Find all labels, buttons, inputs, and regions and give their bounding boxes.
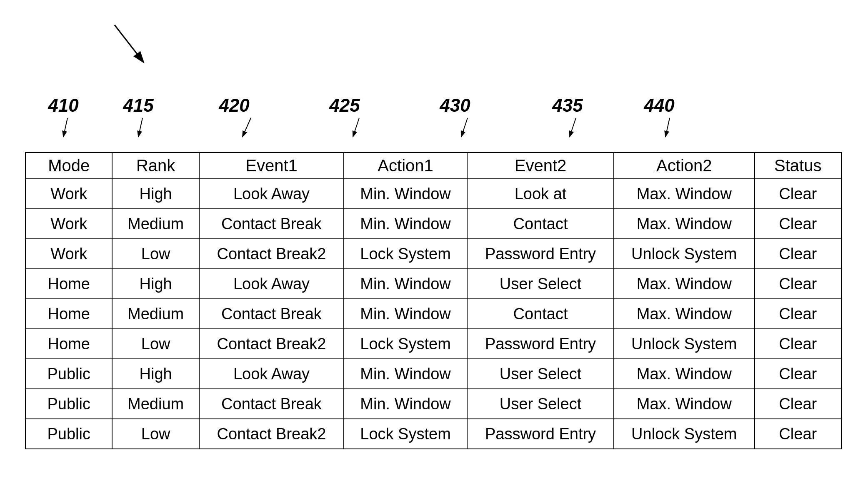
cell-event1: Contact Break bbox=[199, 209, 344, 239]
cell-mode: Home bbox=[25, 299, 112, 329]
header-action1: Action1 bbox=[344, 153, 467, 179]
cell-event1: Look Away bbox=[199, 269, 344, 299]
table-row: PublicHighLook AwayMin. WindowUser Selec… bbox=[25, 359, 841, 389]
annotation-arrows bbox=[26, 95, 701, 153]
cell-rank: Low bbox=[112, 419, 199, 449]
cell-rank: Medium bbox=[112, 389, 199, 419]
cell-status: Clear bbox=[755, 389, 841, 419]
cell-action2: Unlock System bbox=[614, 419, 754, 449]
cell-mode: Home bbox=[25, 329, 112, 359]
header-action2: Action2 bbox=[614, 153, 754, 179]
cell-action2: Max. Window bbox=[614, 269, 754, 299]
cell-action1: Min. Window bbox=[344, 299, 467, 329]
cell-event1: Contact Break bbox=[199, 389, 344, 419]
cell-action2: Max. Window bbox=[614, 359, 754, 389]
svg-line-9 bbox=[665, 118, 670, 137]
header-mode: Mode bbox=[25, 153, 112, 179]
cell-action2: Max. Window bbox=[614, 389, 754, 419]
table-row: HomeMediumContact BreakMin. WindowContac… bbox=[25, 299, 841, 329]
cell-status: Clear bbox=[755, 299, 841, 329]
cell-status: Clear bbox=[755, 359, 841, 389]
svg-line-6 bbox=[353, 118, 359, 137]
cell-event1: Contact Break bbox=[199, 299, 344, 329]
cell-status: Clear bbox=[755, 239, 841, 269]
cell-mode: Public bbox=[25, 389, 112, 419]
cell-action1: Min. Window bbox=[344, 209, 467, 239]
table-header-row: Mode Rank Event1 Action1 Event2 Action2 … bbox=[25, 153, 841, 179]
cell-event2: User Select bbox=[467, 359, 614, 389]
cell-mode: Home bbox=[25, 269, 112, 299]
cell-action1: Min. Window bbox=[344, 389, 467, 419]
svg-line-3 bbox=[63, 118, 68, 137]
cell-event1: Look Away bbox=[199, 179, 344, 209]
table-row: WorkLowContact Break2Lock SystemPassword… bbox=[25, 239, 841, 269]
cell-action1: Min. Window bbox=[344, 359, 467, 389]
cell-event2: Contact bbox=[467, 209, 614, 239]
cell-status: Clear bbox=[755, 179, 841, 209]
table-row: HomeLowContact Break2Lock SystemPassword… bbox=[25, 329, 841, 359]
cell-action2: Max. Window bbox=[614, 299, 754, 329]
cell-action2: Max. Window bbox=[614, 209, 754, 239]
cell-action2: Unlock System bbox=[614, 329, 754, 359]
cell-rank: High bbox=[112, 179, 199, 209]
svg-line-5 bbox=[243, 118, 251, 137]
cell-status: Clear bbox=[755, 269, 841, 299]
cell-action2: Max. Window bbox=[614, 179, 754, 209]
cell-status: Clear bbox=[755, 419, 841, 449]
header-rank: Rank bbox=[112, 153, 199, 179]
header-status: Status bbox=[755, 153, 841, 179]
svg-line-1 bbox=[115, 25, 144, 63]
cell-action2: Unlock System bbox=[614, 239, 754, 269]
cell-action1: Min. Window bbox=[344, 269, 467, 299]
cell-mode: Work bbox=[25, 239, 112, 269]
cell-rank: High bbox=[112, 359, 199, 389]
cell-mode: Public bbox=[25, 359, 112, 389]
cell-mode: Work bbox=[25, 179, 112, 209]
header-event1: Event1 bbox=[199, 153, 344, 179]
cell-rank: Low bbox=[112, 239, 199, 269]
cell-action1: Lock System bbox=[344, 239, 467, 269]
cell-status: Clear bbox=[755, 329, 841, 359]
cell-rank: High bbox=[112, 269, 199, 299]
table-row: WorkMediumContact BreakMin. WindowContac… bbox=[25, 209, 841, 239]
header-event2: Event2 bbox=[467, 153, 614, 179]
data-table: Mode Rank Event1 Action1 Event2 Action2 … bbox=[25, 152, 842, 449]
cell-event2: User Select bbox=[467, 389, 614, 419]
figure-arrow bbox=[98, 21, 165, 75]
table-row: WorkHighLook AwayMin. WindowLook atMax. … bbox=[25, 179, 841, 209]
cell-status: Clear bbox=[755, 209, 841, 239]
cell-mode: Work bbox=[25, 209, 112, 239]
table-row: HomeHighLook AwayMin. WindowUser SelectM… bbox=[25, 269, 841, 299]
svg-line-4 bbox=[138, 118, 143, 137]
cell-action1: Lock System bbox=[344, 329, 467, 359]
cell-event1: Contact Break2 bbox=[199, 239, 344, 269]
cell-rank: Medium bbox=[112, 209, 199, 239]
table-row: PublicLowContact Break2Lock SystemPasswo… bbox=[25, 419, 841, 449]
cell-event1: Contact Break2 bbox=[199, 419, 344, 449]
cell-event2: Password Entry bbox=[467, 239, 614, 269]
cell-event2: Password Entry bbox=[467, 329, 614, 359]
cell-action1: Min. Window bbox=[344, 179, 467, 209]
cell-event2: Look at bbox=[467, 179, 614, 209]
cell-rank: Low bbox=[112, 329, 199, 359]
cell-event2: User Select bbox=[467, 269, 614, 299]
cell-event2: Password Entry bbox=[467, 419, 614, 449]
cell-mode: Public bbox=[25, 419, 112, 449]
cell-action1: Lock System bbox=[344, 419, 467, 449]
diagram-container: 410 415 420 425 430 435 440 bbox=[0, 0, 868, 486]
cell-rank: Medium bbox=[112, 299, 199, 329]
table-row: PublicMediumContact BreakMin. WindowUser… bbox=[25, 389, 841, 419]
cell-event1: Contact Break2 bbox=[199, 329, 344, 359]
cell-event2: Contact bbox=[467, 299, 614, 329]
svg-line-8 bbox=[570, 118, 576, 137]
svg-line-7 bbox=[461, 118, 468, 137]
cell-event1: Look Away bbox=[199, 359, 344, 389]
